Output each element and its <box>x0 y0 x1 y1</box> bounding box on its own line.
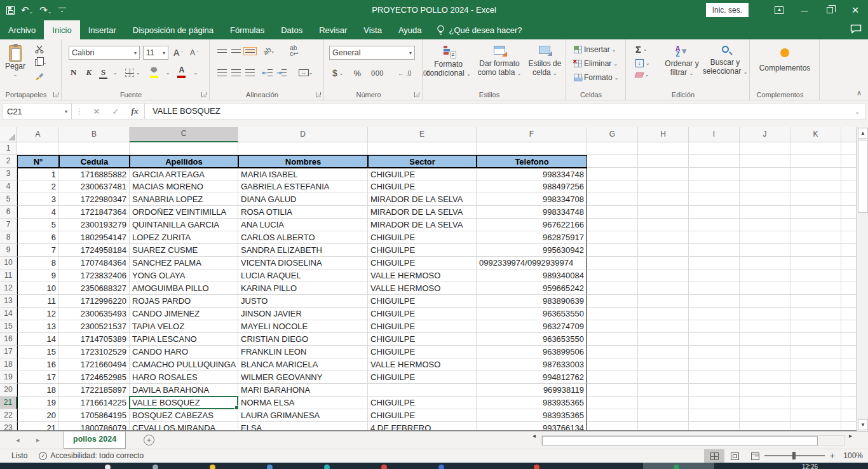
cell-G1[interactable] <box>587 142 638 155</box>
cell-F2[interactable]: Telefono <box>477 155 587 168</box>
cell-H3[interactable] <box>638 168 689 180</box>
cell-X22[interactable] <box>841 409 857 422</box>
row-header-4[interactable]: 4 <box>0 180 17 193</box>
cell-C19[interactable]: HARO ROSALES <box>130 371 238 384</box>
cell-I5[interactable] <box>689 193 740 206</box>
row-header-14[interactable]: 14 <box>0 308 17 320</box>
cell-C16[interactable]: TAPIA LESCANO <box>130 333 238 346</box>
cell-F21[interactable]: 983935365 <box>477 397 587 409</box>
cell-X14[interactable] <box>841 308 857 320</box>
cell-E20[interactable] <box>368 384 477 397</box>
cell-J22[interactable] <box>740 409 790 422</box>
cell-H22[interactable] <box>638 409 689 422</box>
column-header-I[interactable]: I <box>689 127 740 142</box>
cell-F12[interactable]: 959665242 <box>477 282 587 295</box>
cell-B16[interactable]: 1714705389 <box>59 333 130 346</box>
cell-B19[interactable]: 1724652985 <box>59 371 130 384</box>
cell-G17[interactable] <box>587 346 638 358</box>
cell-K7[interactable] <box>790 219 841 231</box>
scroll-down-icon[interactable]: ▼ <box>858 419 868 430</box>
cell-G5[interactable] <box>587 193 638 206</box>
cell-E18[interactable]: VALLE HERMOSO <box>368 358 477 371</box>
taskbar-icon[interactable] <box>153 465 158 469</box>
cell-A5[interactable]: 3 <box>17 193 59 206</box>
row-header-3[interactable]: 3 <box>0 168 17 180</box>
cell-A22[interactable]: 20 <box>17 409 59 422</box>
cell-J2[interactable] <box>740 155 790 168</box>
tab-archivo[interactable]: Archivo <box>0 20 44 39</box>
cell-D16[interactable]: CRISTIAN DIEGO <box>238 333 368 346</box>
cell-B1[interactable] <box>59 142 130 155</box>
cell-K6[interactable] <box>790 206 841 219</box>
cell-D4[interactable]: GABRIELA ESTEFANIA <box>238 180 368 193</box>
cell-J21[interactable] <box>740 397 790 409</box>
formula-bar-splitter[interactable]: ⋮ <box>72 107 87 116</box>
borders-button[interactable]: ⌄ <box>123 68 142 78</box>
cell-A17[interactable]: 15 <box>17 346 59 358</box>
cell-G3[interactable] <box>587 168 638 180</box>
cell-G22[interactable] <box>587 409 638 422</box>
cell-X7[interactable] <box>841 219 857 231</box>
cell-X10[interactable] <box>841 257 857 269</box>
cell-B13[interactable]: 1712996220 <box>59 295 130 308</box>
taskbar-icon[interactable] <box>438 465 444 469</box>
cell-C21[interactable]: VALLE BOSQUEZ <box>130 397 238 409</box>
orientation-button[interactable]: ab⌄ <box>262 44 276 57</box>
cell-C13[interactable]: ROJAS PARDO <box>130 295 238 308</box>
vertical-scrollbar[interactable]: ▲ ▼ <box>857 127 868 431</box>
cell-X18[interactable] <box>841 358 857 371</box>
cell-E8[interactable]: CHIGUILPE <box>368 231 477 244</box>
cell-C2[interactable]: Apellidos <box>130 155 238 168</box>
cell-X9[interactable] <box>841 244 857 257</box>
normal-view-button[interactable] <box>704 449 724 463</box>
taskbar-active-app[interactable] <box>643 463 714 469</box>
cell-X21[interactable] <box>841 397 857 409</box>
zoom-slider-thumb[interactable] <box>792 452 796 459</box>
tab-revisar[interactable]: Revisar <box>311 20 355 39</box>
cell-C7[interactable]: QUINTANILLA GARCIA <box>130 219 238 231</box>
minimize-button[interactable]: ─ <box>792 0 817 20</box>
cell-G11[interactable] <box>587 269 638 282</box>
cell-A6[interactable]: 4 <box>17 206 59 219</box>
select-all-corner[interactable] <box>0 127 17 142</box>
cell-E7[interactable]: MIRADOR DE LA SELVA <box>368 219 477 231</box>
cell-I21[interactable] <box>689 397 740 409</box>
shrink-font-button[interactable]: Aˇ <box>188 48 201 58</box>
cell-E6[interactable]: MIRADOR DE LA SELVA <box>368 206 477 219</box>
cell-A10[interactable]: 8 <box>17 257 59 269</box>
cell-E19[interactable]: CHIGUILPE <box>368 371 477 384</box>
cell-I12[interactable] <box>689 282 740 295</box>
collapse-ribbon-icon[interactable]: ∧ <box>857 89 862 97</box>
cell-B18[interactable]: 1721660494 <box>59 358 130 371</box>
cell-F10[interactable]: 0992339974/0992939974 <box>477 257 587 269</box>
cell-K16[interactable] <box>790 333 841 346</box>
cell-I20[interactable] <box>689 384 740 397</box>
column-header-G[interactable]: G <box>587 127 638 142</box>
cell-F23[interactable]: 993766134 <box>477 422 587 431</box>
cell-I17[interactable] <box>689 346 740 358</box>
cell-H6[interactable] <box>638 206 689 219</box>
number-format-combo[interactable]: General▾ <box>329 46 415 60</box>
autosum-button[interactable]: Σ⌄ <box>634 43 652 55</box>
zoom-in-icon[interactable]: + <box>830 451 835 461</box>
align-top-button[interactable] <box>215 44 229 57</box>
alignment-dialog-launcher[interactable] <box>316 92 321 97</box>
align-right-button[interactable] <box>243 66 257 79</box>
cell-C11[interactable]: YONG OLAYA <box>130 269 238 282</box>
cell-A3[interactable]: 1 <box>17 168 59 180</box>
row-header-8[interactable]: 8 <box>0 231 17 244</box>
column-header-K[interactable]: K <box>790 127 841 142</box>
tab-ayuda[interactable]: Ayuda <box>390 20 430 39</box>
font-color-dropdown[interactable]: ⌄ <box>193 70 198 76</box>
cell-A8[interactable]: 6 <box>17 231 59 244</box>
cell-E15[interactable]: CHIGUILPE <box>368 320 477 333</box>
cell-X23[interactable] <box>841 422 857 431</box>
cell-J19[interactable] <box>740 371 790 384</box>
column-header-D[interactable]: D <box>238 127 368 142</box>
cell-D12[interactable]: KARINA PILLO <box>238 282 368 295</box>
cell-F3[interactable]: 998334748 <box>477 168 587 180</box>
cell-K2[interactable] <box>790 155 841 168</box>
column-header-A[interactable]: A <box>17 127 59 142</box>
taskbar-icon[interactable] <box>534 465 539 469</box>
cell-D23[interactable]: ELSA <box>238 422 368 431</box>
